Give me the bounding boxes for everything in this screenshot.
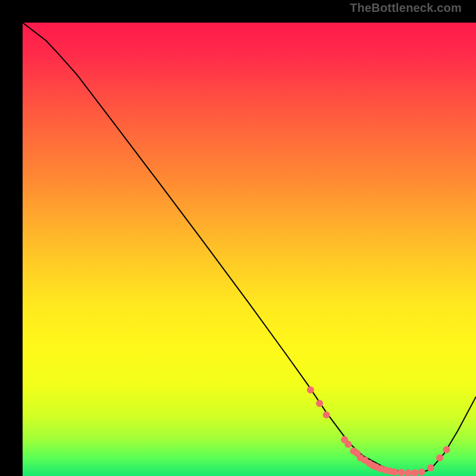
marker-dot <box>443 446 450 453</box>
chart-frame <box>11 11 465 465</box>
watermark-label: TheBottleneck.com <box>350 1 462 15</box>
chart-background <box>23 23 476 476</box>
chart-canvas <box>23 23 476 476</box>
marker-dot <box>316 400 323 407</box>
marker-dot <box>307 386 314 393</box>
marker-dot <box>436 455 443 462</box>
marker-dot <box>345 441 352 448</box>
marker-dot <box>397 469 405 476</box>
marker-dot <box>418 468 425 475</box>
marker-dot <box>427 464 434 471</box>
marker-dot <box>391 468 398 475</box>
marker-dot <box>323 411 330 418</box>
